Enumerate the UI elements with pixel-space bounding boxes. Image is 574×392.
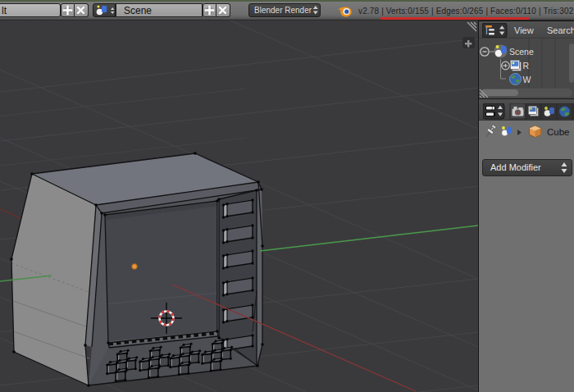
svg-text:Scene: Scene [509, 47, 534, 57]
svg-text:R: R [523, 61, 530, 71]
svg-text:Cube: Cube [547, 127, 570, 137]
svg-text:W: W [523, 75, 531, 84]
